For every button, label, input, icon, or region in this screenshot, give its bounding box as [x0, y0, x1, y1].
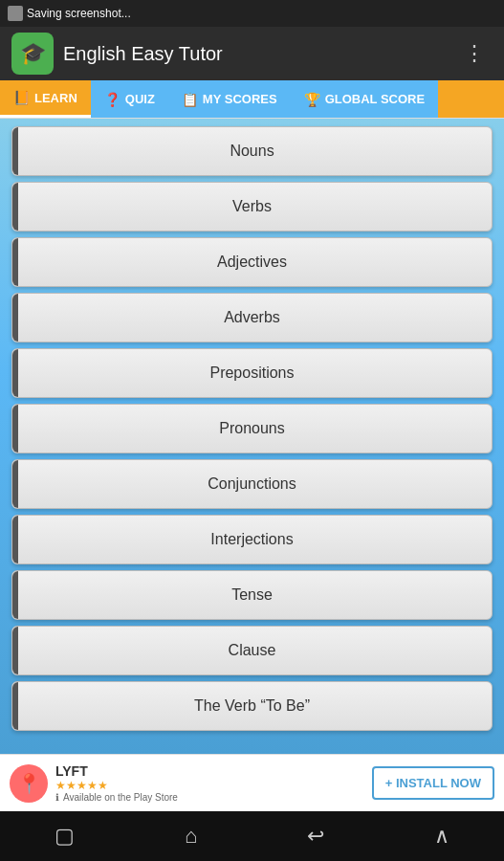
topic-pronouns[interactable]: Pronouns	[11, 404, 493, 453]
ad-info-icon: ℹ	[55, 792, 59, 803]
topic-clause-label: Clause	[28, 642, 476, 659]
ad-store-info: ℹ Available on the Play Store	[55, 792, 372, 803]
status-text: Saving screenshot...	[27, 7, 131, 20]
install-label: INSTALL NOW	[396, 776, 481, 790]
topic-adverbs[interactable]: Adverbs	[11, 293, 493, 342]
topic-adverbs-label: Adverbs	[28, 309, 476, 326]
topic-tense[interactable]: Tense	[11, 570, 493, 620]
topic-nouns-label: Nouns	[28, 143, 476, 160]
topic-interjections-label: Interjections	[28, 531, 476, 548]
topic-interjections[interactable]: Interjections	[11, 515, 493, 564]
ad-stars: ★★★★★	[55, 779, 372, 792]
tab-quiz-label: QUIZ	[125, 92, 155, 106]
ad-logo: 📍	[10, 764, 48, 803]
install-now-button[interactable]: + INSTALL NOW	[372, 766, 494, 800]
quiz-icon: ❓	[104, 92, 121, 107]
topic-pronouns-label: Pronouns	[28, 420, 476, 437]
ad-banner: 📍 LYFT ★★★★★ ℹ Available on the Play Sto…	[0, 754, 504, 811]
logo-emoji: 🎓	[20, 41, 46, 66]
install-plus-icon: +	[385, 776, 393, 790]
topic-list: Nouns Verbs Adjectives Adverbs Prepositi…	[0, 119, 504, 754]
tab-my-scores-label: MY SCORES	[203, 92, 277, 106]
topic-nouns[interactable]: Nouns	[11, 126, 493, 176]
navigation-bar: ▢ ⌂ ↩ ∧	[0, 811, 504, 861]
my-scores-icon: 📋	[182, 92, 198, 107]
home-button[interactable]: ⌂	[169, 816, 212, 856]
topic-prepositions[interactable]: Prepositions	[11, 348, 493, 398]
tab-quiz[interactable]: ❓ QUIZ	[91, 80, 168, 118]
topic-conjunctions[interactable]: Conjunctions	[11, 459, 493, 509]
up-button[interactable]: ∧	[419, 816, 465, 856]
tab-my-scores[interactable]: 📋 MY SCORES	[168, 80, 291, 118]
app-title: English Easy Tutor	[63, 43, 456, 65]
ad-info: LYFT ★★★★★ ℹ Available on the Play Store	[55, 763, 372, 803]
topic-verb-to-be-label: The Verb “To Be”	[28, 697, 476, 715]
topic-adjectives[interactable]: Adjectives	[11, 237, 493, 287]
topic-verbs[interactable]: Verbs	[11, 182, 493, 232]
topic-verb-to-be[interactable]: The Verb “To Be”	[11, 681, 493, 731]
tab-global-scores[interactable]: 🏆 GLOBAL SCORE	[291, 80, 439, 118]
topic-conjunctions-label: Conjunctions	[28, 475, 476, 493]
topic-clause[interactable]: Clause	[11, 626, 493, 675]
screenshot-icon	[8, 6, 23, 21]
tab-bar: 📙 LEARN ❓ QUIZ 📋 MY SCORES 🏆 GLOBAL SCOR…	[0, 80, 504, 119]
topic-tense-label: Tense	[28, 586, 476, 604]
topic-prepositions-label: Prepositions	[28, 364, 476, 382]
ad-logo-emoji: 📍	[17, 772, 41, 795]
recents-button[interactable]: ▢	[39, 816, 90, 856]
status-bar: Saving screenshot...	[0, 0, 504, 27]
tab-learn-label: LEARN	[34, 91, 77, 105]
app-logo: 🎓	[11, 33, 54, 75]
topic-verbs-label: Verbs	[28, 198, 476, 215]
learn-icon: 📙	[13, 90, 30, 105]
ad-brand-name: LYFT	[55, 763, 372, 779]
ad-store-text: Available on the Play Store	[63, 792, 178, 803]
back-button[interactable]: ↩	[292, 816, 340, 856]
tab-global-scores-label: GLOBAL SCORE	[325, 92, 426, 106]
tab-learn[interactable]: 📙 LEARN	[0, 80, 91, 118]
topic-adjectives-label: Adjectives	[28, 254, 476, 271]
global-scores-icon: 🏆	[304, 92, 320, 107]
app-header: 🎓 English Easy Tutor ⋮	[0, 27, 504, 80]
overflow-menu-button[interactable]: ⋮	[456, 37, 493, 70]
